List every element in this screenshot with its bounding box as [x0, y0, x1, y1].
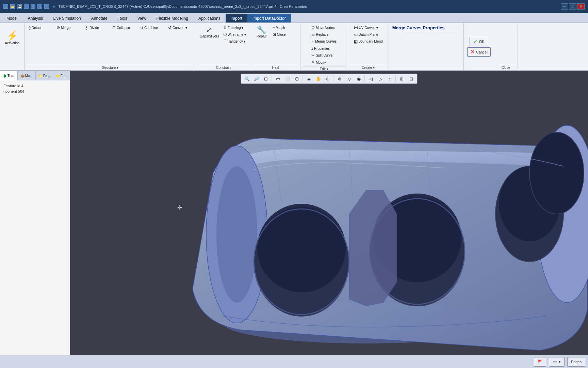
orient-button[interactable]: ↕	[386, 75, 394, 83]
close-curve-button[interactable]: ⊠ Close	[271, 31, 298, 37]
replace-button[interactable]: ⇄ Replace	[310, 31, 338, 37]
viewport[interactable]: 🔍 🔎 ⊡ ▭ ⬜ ⬡ ◈ ✋ ⊕ ⊗ ◇ ◉ ◁ ▷ ↕ ⊞ ⊟	[70, 71, 588, 355]
flag-button[interactable]: 🚩	[534, 357, 546, 367]
save-icon[interactable]: 💾	[17, 4, 22, 9]
zoom-button[interactable]: ⊕	[324, 75, 332, 83]
tree-item-component[interactable]: nponent 504	[2, 89, 68, 94]
divide-button[interactable]: ⋮ Divide	[83, 25, 110, 31]
tab-import[interactable]: Import	[226, 14, 247, 22]
spin-button[interactable]: ◈	[305, 75, 313, 83]
tab-analysis[interactable]: Analysis	[23, 14, 48, 22]
boundary-blend-label: Boundary Blend	[359, 40, 383, 43]
pan-button[interactable]: ✋	[314, 75, 323, 83]
panel-tab-favorites[interactable]: ⭐ Fa...	[53, 71, 70, 80]
favorites-tab-label: Fa...	[61, 74, 67, 78]
edges-label: Edges	[571, 360, 582, 364]
tree-label: Tree	[7, 74, 15, 78]
check-icon: ✓	[473, 38, 478, 45]
divide-icon: ⋮	[84, 25, 88, 30]
left-panel: 🌲 Tree 📦 Mo... 📁 Fo... ⭐ Fa... Feature i…	[0, 71, 70, 355]
merge-button[interactable]: ⊕ Merge	[55, 25, 82, 31]
view-toolbar: 🔍 🔎 ⊡ ▭ ⬜ ⬡ ◈ ✋ ⊕ ⊗ ◇ ◉ ◁ ▷ ↕ ⊞ ⊟	[241, 74, 418, 84]
panel-tab-folder[interactable]: 📁 Fo...	[36, 71, 53, 80]
view-front-button[interactable]: ▭	[274, 75, 282, 83]
close-button[interactable]: ✕	[577, 3, 585, 10]
fit-button[interactable]: ⊡	[262, 75, 271, 83]
panel-tab-tree[interactable]: 🌲 Tree	[0, 71, 18, 80]
tab-model[interactable]: Model	[1, 14, 23, 22]
minimize-button[interactable]: ─	[561, 3, 568, 10]
freezing-button[interactable]: ❄ Freezing ▾	[222, 25, 249, 31]
boundary-blend-button[interactable]: ⬕ Boundary Blend	[352, 39, 385, 45]
wireframe-button[interactable]: ⬡ Wireframe ▾	[222, 31, 249, 37]
flag-icon: 🚩	[538, 359, 542, 364]
next-view-button[interactable]: ▷	[376, 75, 385, 83]
maximize-button[interactable]: □	[569, 3, 576, 10]
cancel-button[interactable]: ✕ Cancel	[467, 47, 491, 57]
zoom-out-button[interactable]: 🔎	[252, 75, 261, 83]
ok-button[interactable]: ✓ OK	[470, 37, 488, 46]
move-vertex-button[interactable]: ⊙ Move Vertex	[310, 25, 338, 31]
datum-plane-button[interactable]: ▭ Datum Plane	[352, 31, 385, 37]
tangency-button[interactable]: ⌒ Tangency ▾	[222, 39, 249, 45]
tab-flexible-modeling[interactable]: Flexible Modeling	[151, 14, 193, 22]
collapse-button[interactable]: ⊡ Collapse	[111, 25, 138, 31]
print-icon[interactable]: 🖨	[37, 4, 42, 9]
heal-items: 🔧 Repair ≈ Match ⊠ Close	[253, 25, 298, 64]
combine-icon: ∪	[140, 25, 143, 30]
ribbon-group-create: ⋈ UV-Curves ▾ ▭ Datum Plane ⬕ Boundary B…	[348, 23, 389, 70]
zoom-in-button[interactable]: 🔍	[243, 75, 251, 83]
ribbon-group-constrain: ⤢ Gaps/Slivers ❄ Freezing ▾ ⬡ Wireframe …	[196, 23, 251, 70]
activation-button[interactable]: ⚡ Activation	[3, 26, 22, 49]
properties-button[interactable]: ℹ Properties	[310, 45, 338, 51]
split-curve-icon: ✂	[311, 53, 315, 58]
glasses-button[interactable]: 👓 ▾	[549, 357, 565, 367]
edges-button[interactable]: Edges	[567, 357, 585, 367]
datum-plane-icon: ▭	[354, 32, 358, 37]
ribbon-tabs: Model Analysis Live Simulation Annotate …	[0, 13, 588, 23]
tab-tools[interactable]: Tools	[113, 14, 132, 22]
collapse-icon: ⊡	[112, 25, 116, 30]
new-icon[interactable]: 🗋	[3, 4, 8, 9]
panel-tab-model[interactable]: 📦 Mo...	[18, 71, 36, 80]
close-doc-icon[interactable]: ✕	[44, 4, 49, 9]
combine-button[interactable]: ∪ Combine	[138, 25, 166, 31]
gaps-slivers-button[interactable]: ⤢ Gaps/Slivers	[198, 25, 221, 39]
convert-button[interactable]: ↺ Convert ▾	[166, 25, 194, 31]
svg-point-2	[216, 166, 257, 303]
split-curve-button[interactable]: ✂ Split Curve	[310, 52, 338, 59]
merge-curves-button[interactable]: ⌢ Merge Curves	[310, 39, 338, 45]
tab-annotate[interactable]: Annotate	[86, 14, 113, 22]
view-isometric-button[interactable]: ⬜	[283, 75, 292, 83]
close-curve-icon: ⊠	[273, 32, 276, 37]
structure-items: ⟠ Detach ⊕ Merge ⋮ Divide ⊡ Collapse ∪ C…	[27, 25, 194, 64]
collapse-label: Collapse	[117, 26, 130, 30]
tree-item-feature[interactable]: Feature id 4	[2, 83, 68, 89]
modify-button[interactable]: ✎ Modify	[310, 59, 338, 65]
named-view-button[interactable]: ◇	[345, 75, 354, 83]
match-icon: ≈	[273, 25, 275, 30]
uv-curves-button[interactable]: ⋈ UV-Curves ▾	[352, 25, 385, 31]
wireframe-view-button[interactable]: ⬡	[293, 75, 301, 83]
tab-view[interactable]: View	[132, 14, 151, 22]
explode-button[interactable]: ◉	[355, 75, 363, 83]
merge-curves-title: Merge Curves Properties	[392, 25, 460, 32]
repair-button[interactable]: 🔧 Repair	[253, 25, 270, 39]
detach-button[interactable]: ⟠ Detach	[27, 25, 54, 31]
merge-curves-properties-panel: Merge Curves Properties	[389, 23, 464, 70]
tab-live-simulation[interactable]: Live Simulation	[48, 14, 86, 22]
uv-curves-label: UV-Curves ▾	[359, 26, 378, 30]
match-button[interactable]: ≈ Match	[271, 25, 298, 31]
open-icon[interactable]: 📂	[10, 4, 15, 9]
section-cut-button[interactable]: ⊗	[336, 75, 344, 83]
statusbar: 🚩 👓 ▾ Edges	[0, 355, 588, 368]
redo-icon[interactable]: ↪	[31, 4, 35, 9]
wireframe-icon: ⬡	[223, 32, 227, 37]
tab-applications[interactable]: Applications	[193, 14, 226, 22]
annotation-button[interactable]: ⊞	[397, 75, 406, 83]
hide-button[interactable]: ⊟	[407, 75, 416, 83]
merge-curves-label: Merge Curves	[315, 40, 337, 43]
tab-import-datadoctor[interactable]: Import DataDoctor	[247, 14, 291, 22]
prev-view-button[interactable]: ◁	[366, 75, 375, 83]
undo-icon[interactable]: ↩	[24, 4, 29, 9]
